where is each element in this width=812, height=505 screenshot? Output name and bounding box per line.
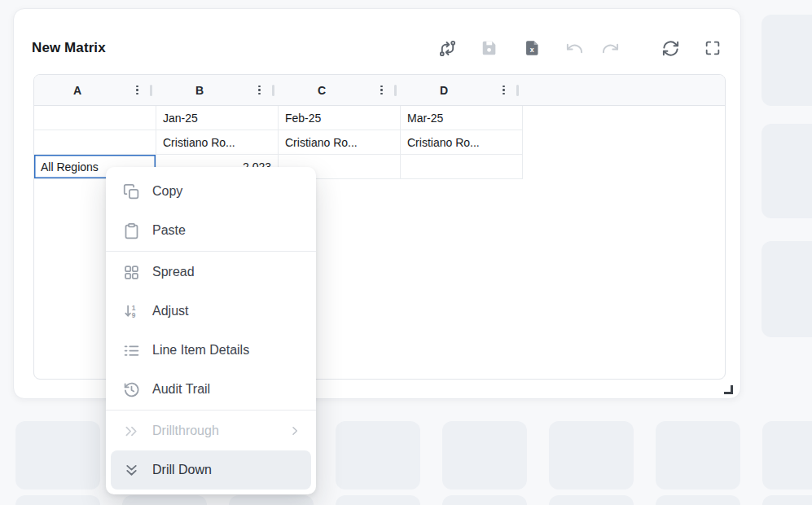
cell-c2[interactable]: Cristiano Ro... [279,130,401,155]
placeholder-card [656,495,740,505]
placeholder-card [442,421,527,490]
export-excel-button[interactable]: x [522,38,542,58]
placeholder-card [549,495,634,505]
save-button[interactable] [480,38,499,58]
column-header-a[interactable]: A [34,75,156,105]
placeholder-card [762,15,812,106]
column-header-row: A B C D [34,75,725,106]
svg-text:1: 1 [131,303,135,311]
column-resize-handle[interactable] [394,85,397,96]
column-menu-icon[interactable] [380,86,383,95]
table-row: Cristiano Ro... Cristiano Ro... Cristian… [34,130,725,155]
chevron-right-icon [288,424,301,437]
menu-item-adjust[interactable]: 1 9 Adjust [106,292,316,331]
column-header-c[interactable]: C [279,75,401,105]
undo-icon [565,39,584,58]
menu-item-paste[interactable]: Paste [106,211,316,250]
fullscreen-icon [704,39,722,57]
column-menu-icon[interactable] [258,86,261,95]
redo-button[interactable] [600,38,620,58]
widget-title: New Matrix [32,40,106,56]
paste-icon [122,222,140,239]
column-resize-handle[interactable] [150,85,152,96]
column-menu-icon[interactable] [503,86,505,95]
save-icon [481,39,498,57]
placeholder-card [762,495,812,505]
spread-grid-icon [122,263,140,281]
column-menu-icon[interactable] [136,86,138,95]
history-clock-icon [122,380,140,398]
placeholder-card [442,495,527,505]
svg-text:9: 9 [131,311,135,319]
menu-item-audit-trail[interactable]: Audit Trail [106,370,316,409]
widget-toolbar: x [437,38,722,58]
chevrons-down-icon [122,461,140,479]
cell-b1[interactable]: Jan-25 [156,106,279,130]
column-resize-handle[interactable] [516,85,519,96]
list-icon [122,341,140,359]
placeholder-card [229,495,314,505]
cell-d1[interactable]: Mar-25 [401,106,523,130]
menu-item-line-item-details[interactable]: Line Item Details [106,331,316,370]
refresh-button[interactable] [661,38,680,58]
placeholder-card [336,495,420,505]
export-excel-icon: x [524,39,541,57]
placeholder-card [122,495,207,505]
placeholder-card [15,421,100,490]
cell-a2[interactable] [34,130,156,155]
cell-c1[interactable]: Feb-25 [279,106,401,130]
menu-divider [106,410,316,411]
column-header-d[interactable]: D [401,75,523,105]
menu-item-spread[interactable]: Spread [106,253,316,292]
placeholder-card [15,495,100,505]
card-resize-handle-icon[interactable] [724,385,733,394]
menu-item-drill-down[interactable]: Drill Down [111,450,311,490]
version-compare-icon [438,39,457,58]
version-compare-button[interactable] [437,38,457,58]
cell-b2[interactable]: Cristiano Ro... [156,130,279,155]
placeholder-card [762,421,812,490]
column-header-b[interactable]: B [156,75,279,105]
placeholder-card [762,241,812,337]
chevrons-right-icon [122,422,140,440]
copy-icon [122,182,140,200]
cell-a1[interactable] [34,106,156,130]
sort-numeric-down-icon: 1 9 [122,302,140,320]
cell-d2[interactable]: Cristiano Ro... [401,130,523,155]
placeholder-card [762,124,812,218]
cell-d3[interactable] [401,155,523,179]
undo-button[interactable] [564,38,584,58]
column-resize-handle[interactable] [272,85,274,96]
placeholder-card [336,421,420,490]
menu-divider [106,251,316,252]
placeholder-card [549,421,634,490]
menu-item-copy[interactable]: Copy [106,172,316,211]
refresh-icon [661,39,680,58]
fullscreen-button[interactable] [703,38,722,58]
placeholder-card [656,421,740,490]
cell-context-menu: Copy Paste Spread 1 [106,167,316,494]
table-row: Jan-25 Feb-25 Mar-25 [34,106,725,130]
svg-text:x: x [529,46,533,54]
redo-icon [601,39,620,58]
menu-item-drillthrough[interactable]: Drillthrough [106,411,316,450]
